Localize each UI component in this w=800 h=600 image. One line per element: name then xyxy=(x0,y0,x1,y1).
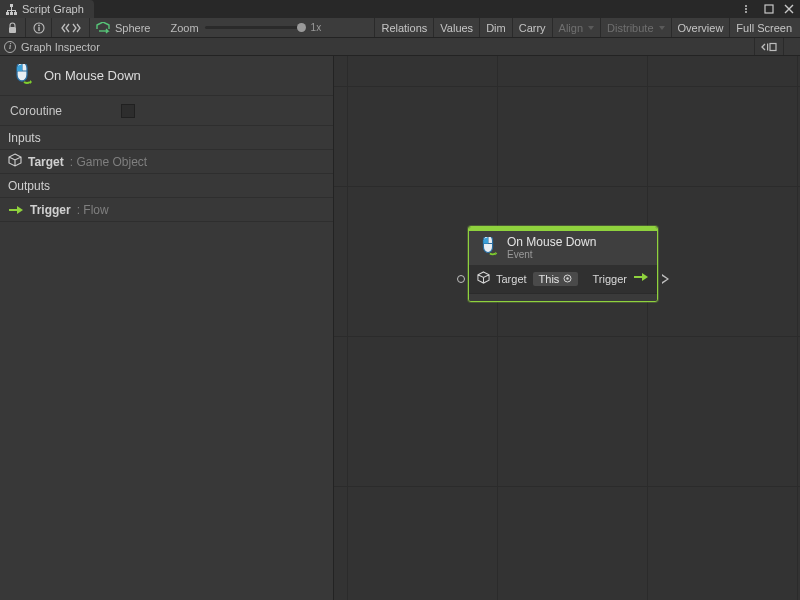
toolbar-fullscreen-button[interactable]: Full Screen xyxy=(729,18,798,37)
svg-rect-6 xyxy=(7,10,8,12)
toolbar-dim-button[interactable]: Dim xyxy=(479,18,512,37)
outputs-header: Outputs xyxy=(0,174,333,198)
output-trigger-row: Trigger : Flow xyxy=(0,198,333,222)
node-body: Target This Trigger xyxy=(469,265,657,293)
node-title-group: On Mouse Down Event xyxy=(507,236,596,260)
chevron-down-icon xyxy=(659,26,665,30)
node-header[interactable]: On Mouse Down Event xyxy=(469,231,657,265)
svg-rect-5 xyxy=(7,10,16,11)
object-picker-icon[interactable] xyxy=(563,273,572,285)
svg-rect-2 xyxy=(10,12,13,15)
svg-point-20 xyxy=(567,277,569,279)
svg-rect-1 xyxy=(6,12,9,15)
app-root: Script Graph xyxy=(0,0,800,600)
gameobject-arrow-icon xyxy=(96,22,110,34)
window-close-icon[interactable] xyxy=(782,2,796,16)
output-trigger-name: Trigger xyxy=(30,203,71,217)
node-target-field[interactable]: This xyxy=(533,272,579,286)
node-subtitle: Event xyxy=(507,249,596,260)
window-tabbar: Script Graph xyxy=(0,0,800,18)
window-menu-icon[interactable] xyxy=(742,2,756,16)
node-target-value: This xyxy=(539,273,560,285)
toolbar-relations-button[interactable]: Relations xyxy=(374,18,433,37)
inspector-node-header: On Mouse Down xyxy=(0,56,333,96)
inspector-coroutine-row: Coroutine xyxy=(0,96,333,126)
tab-title: Script Graph xyxy=(22,3,84,15)
info-icon: i xyxy=(4,41,16,53)
output-trigger-type: : Flow xyxy=(77,203,109,217)
mouse-event-icon xyxy=(477,237,499,259)
body: On Mouse Down Coroutine Inputs Target : … xyxy=(0,56,800,600)
svg-rect-17 xyxy=(767,43,768,50)
main-toolbar: Sphere Zoom 1x Relations Values Dim Carr… xyxy=(0,18,800,38)
zoom-slider[interactable] xyxy=(205,26,301,29)
toolbar-distribute-dropdown[interactable]: Distribute xyxy=(600,18,670,37)
svg-point-19 xyxy=(564,275,571,282)
context-object-label: Sphere xyxy=(115,22,150,34)
svg-point-10 xyxy=(745,8,747,10)
collapse-panel-button[interactable] xyxy=(754,38,784,55)
svg-rect-4 xyxy=(11,7,12,10)
zoom-label: Zoom xyxy=(170,22,198,34)
svg-point-9 xyxy=(745,5,747,7)
zoom-value: 1x xyxy=(311,22,322,33)
graph-inspector-title: Graph Inspector xyxy=(21,41,100,53)
zoom-slider-thumb[interactable] xyxy=(297,23,306,32)
node-title: On Mouse Down xyxy=(507,236,596,249)
window-controls xyxy=(742,0,800,18)
svg-point-14 xyxy=(34,23,44,33)
node-on-mouse-down[interactable]: On Mouse Down Event Target This xyxy=(468,226,658,302)
svg-rect-15 xyxy=(38,27,39,31)
flow-arrow-icon xyxy=(633,271,649,286)
mouse-event-icon xyxy=(10,64,34,88)
svg-rect-3 xyxy=(14,12,17,15)
node-footer xyxy=(469,293,657,301)
cube-outline-icon xyxy=(477,271,490,287)
input-target-name: Target xyxy=(28,155,64,169)
input-port-target[interactable] xyxy=(457,275,465,283)
svg-rect-7 xyxy=(15,10,16,12)
svg-point-11 xyxy=(745,11,747,13)
zoom-control: Zoom 1x xyxy=(160,18,321,37)
canvas-grid xyxy=(334,56,800,600)
cube-outline-icon xyxy=(8,153,22,170)
node-trigger-label: Trigger xyxy=(593,273,627,285)
svg-rect-0 xyxy=(10,4,13,7)
svg-rect-13 xyxy=(9,27,16,33)
graph-inspector-header: i Graph Inspector xyxy=(0,38,800,56)
svg-rect-12 xyxy=(765,5,773,13)
code-brackets-button[interactable] xyxy=(52,18,90,37)
inspector-node-title: On Mouse Down xyxy=(44,68,141,83)
flow-arrow-icon xyxy=(8,204,24,216)
inspector-panel: On Mouse Down Coroutine Inputs Target : … xyxy=(0,56,334,600)
input-target-row: Target : Game Object xyxy=(0,150,333,174)
toolbar-align-dropdown[interactable]: Align xyxy=(552,18,600,37)
tab-script-graph[interactable]: Script Graph xyxy=(0,0,94,18)
output-port-trigger[interactable] xyxy=(662,274,669,284)
coroutine-label: Coroutine xyxy=(10,104,62,118)
toolbar-overview-button[interactable]: Overview xyxy=(671,18,730,37)
graph-canvas[interactable]: On Mouse Down Event Target This xyxy=(334,56,800,600)
info-button[interactable] xyxy=(26,18,52,37)
svg-rect-18 xyxy=(770,43,776,50)
context-object[interactable]: Sphere xyxy=(90,18,160,37)
svg-point-16 xyxy=(38,24,40,26)
graph-hierarchy-icon xyxy=(6,4,17,15)
coroutine-checkbox[interactable] xyxy=(121,104,135,118)
node-target-label: Target xyxy=(496,273,527,285)
lock-button[interactable] xyxy=(0,18,26,37)
window-maximize-icon[interactable] xyxy=(762,2,776,16)
svg-rect-8 xyxy=(11,10,12,12)
toolbar-values-button[interactable]: Values xyxy=(433,18,479,37)
chevron-down-icon xyxy=(588,26,594,30)
toolbar-carry-button[interactable]: Carry xyxy=(512,18,552,37)
inputs-header: Inputs xyxy=(0,126,333,150)
input-target-type: : Game Object xyxy=(70,155,147,169)
